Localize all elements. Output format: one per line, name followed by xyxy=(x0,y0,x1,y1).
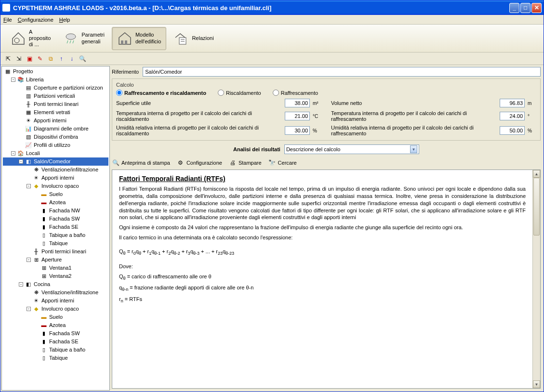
toggle-icon[interactable]: - xyxy=(19,159,23,164)
project-tree[interactable]: ▦Progetto -📚Libreria ▤Coperture e partiz… xyxy=(2,66,109,390)
doc-definition: qθ-n = frazione radiante degli apporti d… xyxy=(119,284,526,292)
tree-item[interactable]: ❋Ventilazione/infiltrazione xyxy=(3,166,108,174)
document-content: Fattori Temporali Radianti (RTFs) I Fatt… xyxy=(112,170,532,388)
tree-libreria[interactable]: -📚Libreria xyxy=(3,76,108,84)
toggle-icon[interactable]: - xyxy=(27,307,31,311)
move-down-icon[interactable]: ↓ xyxy=(68,55,76,63)
tree-item[interactable]: ▯Tabique a baño xyxy=(3,231,108,239)
facade-icon: ▮ xyxy=(40,339,48,345)
tree-item[interactable]: ⊞Ventana1 xyxy=(3,264,108,272)
tree-involucro2[interactable]: -◆Involucro opaco xyxy=(3,305,108,313)
tree-item[interactable]: ╫Ponti termici lineari xyxy=(3,100,108,108)
config-button[interactable]: ⚙Configurazione xyxy=(177,159,222,167)
bridge-icon: ╫ xyxy=(32,248,40,255)
print-preview-button[interactable]: 🔍Anteprima di stampa xyxy=(112,159,170,167)
reference-input[interactable] xyxy=(143,67,541,77)
ribbon-about[interactable]: Apropositodi ... xyxy=(5,27,56,50)
copy-item-icon[interactable]: ⧉ xyxy=(47,55,54,63)
titlebar: CYPETHERM ASHRAE LOADS - v2016.beta.a - … xyxy=(0,0,544,15)
partition-icon: ▯ xyxy=(40,232,48,239)
surface-input[interactable] xyxy=(285,99,310,107)
tree-item[interactable]: ▧Dispositivi d'ombra xyxy=(3,133,108,141)
print-preview-icon: 🔍 xyxy=(112,159,119,167)
menu-config[interactable]: Configurazione xyxy=(18,17,53,23)
tree-root[interactable]: ▦Progetto xyxy=(3,67,108,76)
toggle-icon[interactable]: - xyxy=(27,258,31,262)
tree-item[interactable]: ☀Apporti interni xyxy=(3,297,108,305)
analysis-value: Descrizione del calcolo xyxy=(286,146,341,152)
toggle-icon[interactable]: - xyxy=(11,78,15,82)
toggle-icon[interactable]: - xyxy=(27,184,31,188)
ribbon-about-label: Apropositodi ... xyxy=(29,29,51,48)
tree-item[interactable]: ▮Fachada SW xyxy=(3,215,108,223)
print-button[interactable]: 🖨Stampare xyxy=(229,159,262,167)
tree-item[interactable]: ▮Fachada SW xyxy=(3,329,108,338)
layer-icon: ▤ xyxy=(25,85,32,91)
tree-expand-icon[interactable]: ⇲ xyxy=(15,55,23,63)
scroll-down-icon[interactable]: ▼ xyxy=(533,380,540,388)
tree-item[interactable]: ▬Suelo xyxy=(3,190,108,198)
ribbon-params[interactable]: Parametrigenerali xyxy=(58,27,110,50)
tree-item[interactable]: ☀Apporti interni xyxy=(3,117,108,125)
surface-label: Superficie utile xyxy=(116,100,282,106)
floor-icon: ▬ xyxy=(40,314,48,321)
toggle-icon[interactable]: - xyxy=(19,282,23,287)
doc-definition: rn = RTFs xyxy=(119,296,526,304)
calcolo-group: Calcolo Raffrescamento e riscaldamento R… xyxy=(112,78,541,141)
temp-cool-input[interactable] xyxy=(500,112,525,120)
tree-aperture[interactable]: -⊞Aperture xyxy=(3,256,108,264)
tree-item[interactable]: ▮Fachada SE xyxy=(3,338,108,346)
tree-collapse-icon[interactable]: ⇱ xyxy=(4,55,12,63)
tree-item[interactable]: ▬Azotea xyxy=(3,321,108,329)
search-button[interactable]: 🔭Cercare xyxy=(268,159,297,167)
maximize-button[interactable]: □ xyxy=(520,3,531,13)
menu-file[interactable]: File xyxy=(3,17,12,23)
tree-item[interactable]: ▯Tabique xyxy=(3,239,108,248)
tree-item[interactable]: ▬Suelo xyxy=(3,313,108,321)
tree-item[interactable]: ❋Ventilazione/infiltrazione xyxy=(3,288,108,297)
toggle-icon[interactable]: - xyxy=(11,151,15,156)
tree-item[interactable]: ▦Elementi vetrati xyxy=(3,108,108,117)
tree-locali[interactable]: -🏠Locali xyxy=(3,149,108,157)
radio-heat[interactable]: Riscaldamento xyxy=(218,90,261,96)
analysis-select[interactable]: Descrizione del calcolo ▼ xyxy=(284,144,419,154)
menu-help[interactable]: Help xyxy=(59,17,70,23)
svg-rect-6 xyxy=(125,40,127,44)
close-button[interactable]: ✕ xyxy=(531,3,542,13)
tree-item[interactable]: ⊞Ventana2 xyxy=(3,272,108,280)
radio-both[interactable]: Raffrescamento e riscaldamento xyxy=(116,90,206,96)
tree-item[interactable]: 📊Diagrammi delle ombre xyxy=(3,125,108,133)
temp-heat-input[interactable] xyxy=(285,112,310,120)
doc-paragraph: I Fattori Temporali Radianti (RTFs) forn… xyxy=(119,185,526,221)
tree-item[interactable]: ▬Azotea xyxy=(3,198,108,207)
volume-input[interactable] xyxy=(500,99,525,107)
vertical-scrollbar[interactable]: ▲ ▼ xyxy=(532,170,540,388)
edit-item-icon[interactable]: ✎ xyxy=(36,55,44,63)
svg-point-0 xyxy=(14,38,19,43)
move-up-icon[interactable]: ↑ xyxy=(57,55,65,63)
hum-cool-input[interactable] xyxy=(500,126,525,135)
add-item-icon[interactable]: ▣ xyxy=(26,55,33,63)
tree-item[interactable]: ☀Apporti interni xyxy=(3,174,108,182)
tree-involucro[interactable]: -◆Involucro opaco xyxy=(3,182,108,190)
find-icon[interactable]: 🔍 xyxy=(79,55,86,63)
tree-item[interactable]: ▯Tabique xyxy=(3,354,108,362)
scroll-thumb[interactable] xyxy=(533,178,540,235)
tree-item[interactable]: ▥Partizioni verticali xyxy=(3,92,108,100)
tree-item[interactable]: ▯Tabique a baño xyxy=(3,346,108,354)
tree-item[interactable]: ▤Coperture e partizioni orizzon xyxy=(3,84,108,92)
ribbon-model[interactable]: Modellodell'edificio xyxy=(112,27,166,50)
tree-item[interactable]: ▮Fachada NW xyxy=(3,207,108,215)
tree-item[interactable]: 📈Profili di utilizzo xyxy=(3,141,108,149)
ribbon-reports[interactable]: Relazioni xyxy=(168,27,219,50)
radio-cool[interactable]: Raffrescamento xyxy=(273,90,318,96)
tree-room-salon[interactable]: -◧Salón/Comedor xyxy=(3,157,108,166)
minimize-button[interactable]: _ xyxy=(509,3,519,13)
scroll-up-icon[interactable]: ▲ xyxy=(533,170,540,178)
tree-item[interactable]: ╫Ponti termici lineari xyxy=(3,248,108,256)
tree-room-cocina[interactable]: -◧Cocina xyxy=(3,280,108,288)
envelope-icon: ◆ xyxy=(32,306,40,313)
hum-heat-input[interactable] xyxy=(285,126,310,135)
chevron-down-icon[interactable]: ▼ xyxy=(410,145,417,153)
tree-item[interactable]: ▮Fachada SE xyxy=(3,223,108,231)
